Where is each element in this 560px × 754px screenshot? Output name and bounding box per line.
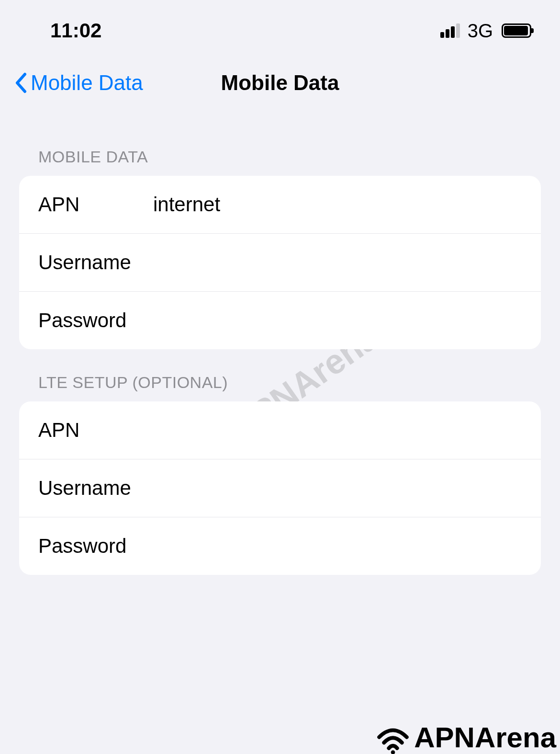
lte-username-input[interactable]: [153, 477, 522, 500]
field-row-lte-apn[interactable]: APN: [19, 401, 541, 459]
watermark-bottom-text: APNArena: [414, 721, 556, 754]
section-group-mobile-data: APN Username Password: [19, 176, 541, 349]
field-row-apn[interactable]: APN: [19, 176, 541, 234]
field-row-password[interactable]: Password: [19, 292, 541, 349]
navigation-bar: Mobile Data Mobile Data: [0, 57, 560, 124]
field-row-username[interactable]: Username: [19, 234, 541, 292]
field-label-password: Password: [38, 309, 153, 332]
field-row-lte-password[interactable]: Password: [19, 517, 541, 575]
lte-apn-input[interactable]: [153, 419, 522, 442]
section-header-lte-setup: LTE SETUP (OPTIONAL): [0, 349, 560, 401]
svg-point-1: [391, 750, 395, 754]
field-label-apn: APN: [38, 193, 153, 216]
password-input[interactable]: [153, 309, 522, 332]
field-label-lte-password: Password: [38, 535, 153, 558]
back-button[interactable]: Mobile Data: [14, 71, 143, 95]
battery-icon: [502, 23, 531, 38]
network-type: 3G: [468, 20, 493, 42]
field-label-username: Username: [38, 251, 153, 274]
chevron-left-icon: [14, 72, 27, 93]
section-group-lte-setup: APN Username Password: [19, 401, 541, 575]
field-label-lte-username: Username: [38, 477, 153, 500]
username-input[interactable]: [153, 251, 522, 274]
section-header-mobile-data: MOBILE DATA: [0, 124, 560, 176]
status-right: 3G: [440, 20, 531, 42]
status-time: 11:02: [50, 19, 101, 42]
wifi-icon: [376, 723, 410, 752]
field-row-lte-username[interactable]: Username: [19, 459, 541, 517]
status-bar: 11:02 3G: [0, 0, 560, 57]
page-title: Mobile Data: [221, 71, 339, 95]
watermark-bottom: APNArena: [376, 721, 556, 754]
back-label: Mobile Data: [31, 71, 143, 95]
signal-strength-icon: [440, 23, 460, 38]
lte-password-input[interactable]: [153, 535, 522, 558]
apn-input[interactable]: [153, 193, 522, 216]
field-label-lte-apn: APN: [38, 419, 153, 442]
